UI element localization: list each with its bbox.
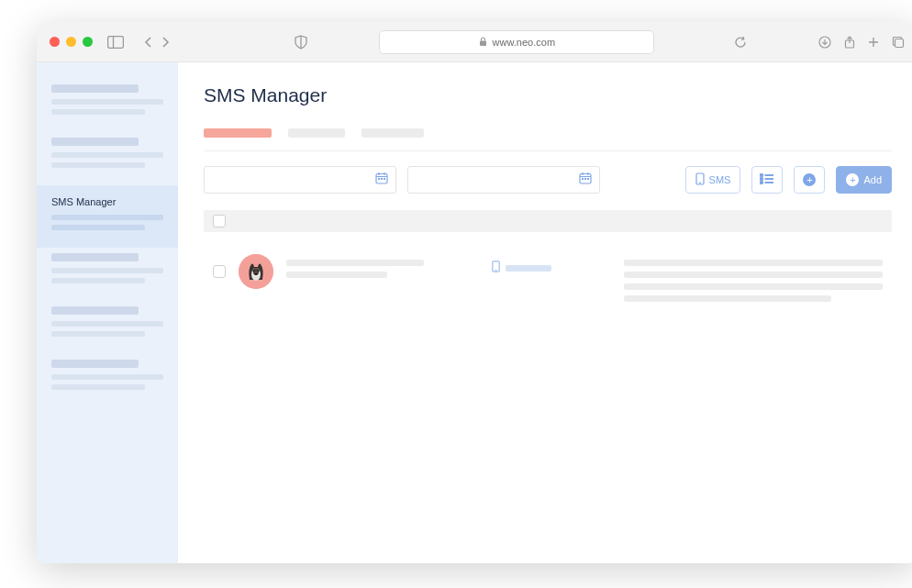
plus-circle-icon: + xyxy=(803,173,816,186)
svg-rect-0 xyxy=(108,36,124,48)
share-icon[interactable] xyxy=(844,36,855,49)
forward-button[interactable] xyxy=(161,36,170,49)
calendar-icon xyxy=(375,172,388,188)
tab-active[interactable] xyxy=(204,128,272,138)
svg-rect-21 xyxy=(582,178,584,180)
sidebar: SMS Manager xyxy=(37,62,178,563)
svg-point-28 xyxy=(761,182,763,184)
shield-icon[interactable] xyxy=(295,35,307,50)
sidebar-item[interactable] xyxy=(37,132,178,185)
sidebar-item[interactable] xyxy=(37,354,178,407)
svg-point-26 xyxy=(761,174,763,177)
tab[interactable] xyxy=(288,128,345,138)
add-button[interactable]: + Add xyxy=(836,166,892,194)
page-title: SMS Manager xyxy=(204,84,892,106)
close-window-button[interactable] xyxy=(50,37,60,47)
phone-icon xyxy=(492,260,500,276)
sidebar-item[interactable] xyxy=(37,79,178,132)
toolbar: SMS + + Add xyxy=(204,166,892,194)
svg-rect-23 xyxy=(587,178,589,180)
row-name-col xyxy=(286,260,451,278)
list-view-button[interactable] xyxy=(751,166,783,194)
date-to-input[interactable] xyxy=(407,166,600,194)
tab-bar xyxy=(204,128,892,138)
lock-icon xyxy=(479,37,487,47)
sidebar-item[interactable] xyxy=(37,301,178,354)
row-details-col xyxy=(624,260,883,302)
svg-rect-22 xyxy=(584,178,586,180)
table-header xyxy=(204,210,892,232)
maximize-window-button[interactable] xyxy=(83,37,93,47)
back-button[interactable] xyxy=(144,36,153,49)
sms-button-label: SMS xyxy=(709,174,731,185)
divider xyxy=(204,150,892,151)
sms-button[interactable]: SMS xyxy=(685,166,741,194)
row-checkbox[interactable] xyxy=(213,265,226,278)
table-row[interactable] xyxy=(204,249,892,307)
add-icon-button[interactable]: + xyxy=(794,166,825,194)
svg-rect-16 xyxy=(384,178,385,180)
add-button-label: Add xyxy=(863,174,882,185)
url-text: www.neo.com xyxy=(493,37,555,48)
plus-circle-icon: + xyxy=(846,173,859,186)
svg-point-35 xyxy=(252,270,254,272)
svg-rect-9 xyxy=(895,39,903,47)
window-controls xyxy=(50,37,93,47)
tab[interactable] xyxy=(361,128,424,138)
sidebar-item[interactable] xyxy=(37,248,178,301)
list-icon xyxy=(760,173,774,186)
url-bar[interactable]: www.neo.com xyxy=(379,30,654,54)
sidebar-item-label: SMS Manager xyxy=(51,196,163,207)
svg-rect-2 xyxy=(480,41,486,47)
main-content: SMS Manager xyxy=(178,62,912,563)
sidebar-toggle-icon[interactable] xyxy=(107,36,124,49)
svg-rect-15 xyxy=(381,178,383,180)
reload-button[interactable] xyxy=(734,36,747,49)
app-body: SMS Manager SMS Manager xyxy=(37,62,912,563)
date-from-input[interactable] xyxy=(204,166,396,194)
calendar-icon xyxy=(579,172,592,188)
svg-point-27 xyxy=(761,178,763,181)
phone-icon xyxy=(695,172,705,187)
new-tab-icon[interactable] xyxy=(868,36,879,49)
sidebar-item-sms-manager[interactable]: SMS Manager xyxy=(37,185,178,248)
download-icon[interactable] xyxy=(818,36,831,49)
avatar xyxy=(239,254,273,289)
tabs-icon[interactable] xyxy=(892,36,905,49)
minimize-window-button[interactable] xyxy=(66,37,76,47)
select-all-checkbox[interactable] xyxy=(213,215,226,227)
browser-window: www.neo.com xyxy=(37,22,912,563)
row-device-col xyxy=(492,260,574,276)
svg-rect-14 xyxy=(378,178,380,180)
svg-point-37 xyxy=(255,273,258,275)
svg-point-36 xyxy=(258,270,260,272)
browser-chrome: www.neo.com xyxy=(37,22,912,62)
